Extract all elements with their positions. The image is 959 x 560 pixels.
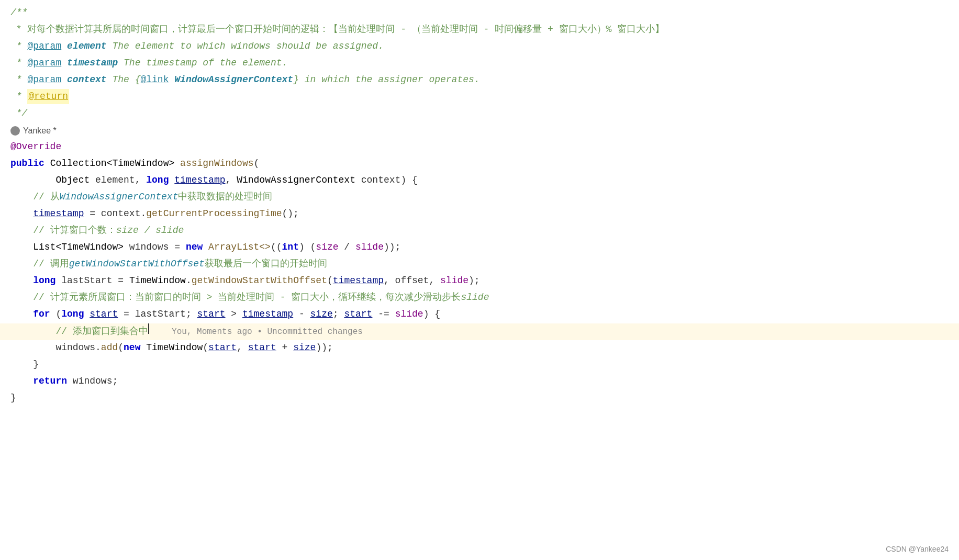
line-laststart: long lastStart = TimeWindow.getWindowSta… bbox=[0, 273, 959, 290]
line-comment-end: */ bbox=[0, 106, 959, 122]
username: Yankee * bbox=[23, 124, 57, 138]
line-comment-add-window: // 添加窗口到集合中 You, Moments ago • Uncommitt… bbox=[0, 323, 959, 340]
watermark: CSDN @Yankee24 bbox=[886, 543, 949, 555]
line-return-windows: return windows; bbox=[0, 374, 959, 390]
line-param-context: * @param context The {@link WindowAssign… bbox=[0, 72, 959, 89]
line-param-timestamp: * @param timestamp The timestamp of the … bbox=[0, 55, 959, 72]
line-timestamp-assign: timestamp = context.getCurrentProcessing… bbox=[0, 206, 959, 223]
line-windows-add: windows.add(new TimeWindow(start, start … bbox=[0, 340, 959, 357]
git-blame: You, Moments ago • Uncommitted changes bbox=[172, 326, 363, 339]
user-icon bbox=[10, 126, 20, 136]
user-attribution: Yankee * bbox=[0, 122, 959, 139]
line-comment-cn1: // 从WindowAssignerContext中获取数据的处理时间 bbox=[0, 189, 959, 206]
line-comment-cn3: // 计算元素所属窗口：当前窗口的时间 > 当前处理时间 - 窗口大小，循环继续… bbox=[0, 290, 959, 307]
line-list-windows: List<TimeWindow> windows = new ArrayList… bbox=[0, 240, 959, 256]
line-method-params: Object element, long timestamp, WindowAs… bbox=[0, 173, 959, 189]
code-container: /** * 对每个数据计算其所属的时间窗口，计算最后一个窗口开始时间的逻辑：【当… bbox=[0, 0, 959, 560]
line-override: @Override bbox=[0, 139, 959, 156]
line-brace2: } bbox=[0, 390, 959, 407]
line-comment-size-slide: // 计算窗口个数：size / slide bbox=[0, 223, 959, 240]
line-brace1: } bbox=[0, 357, 959, 374]
line-for-loop: for (long start = lastStart; start > tim… bbox=[0, 307, 959, 323]
line-comment-cn2: // 调用getWindowStartWithOffset获取最后一个窗口的开始… bbox=[0, 256, 959, 273]
line-method-signature: public Collection<TimeWindow> assignWind… bbox=[0, 156, 959, 173]
line-chinese-comment: * 对每个数据计算其所属的时间窗口，计算最后一个窗口开始时间的逻辑：【当前处理时… bbox=[0, 22, 959, 39]
line-return: * @return bbox=[0, 89, 959, 106]
line-comment-start: /** bbox=[0, 5, 959, 22]
line-param-element: * @param element The element to which wi… bbox=[0, 39, 959, 55]
